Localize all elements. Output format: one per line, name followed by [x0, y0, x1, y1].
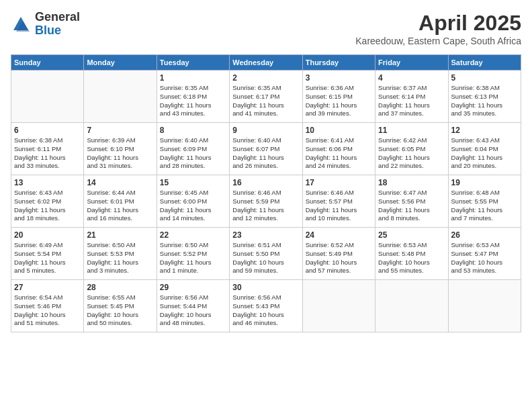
calendar-cell: 23Sunrise: 6:51 AM Sunset: 5:50 PM Dayli…	[230, 228, 302, 280]
day-info: Sunrise: 6:50 AM Sunset: 5:53 PM Dayligh…	[87, 241, 153, 275]
day-info: Sunrise: 6:44 AM Sunset: 6:01 PM Dayligh…	[87, 189, 153, 223]
calendar-cell: 17Sunrise: 6:46 AM Sunset: 5:57 PM Dayli…	[302, 175, 375, 228]
day-info: Sunrise: 6:38 AM Sunset: 6:13 PM Dayligh…	[451, 84, 518, 118]
day-info: Sunrise: 6:51 AM Sunset: 5:50 PM Dayligh…	[232, 241, 299, 275]
day-info: Sunrise: 6:35 AM Sunset: 6:18 PM Dayligh…	[160, 84, 226, 118]
calendar-day-header: Friday	[375, 55, 448, 71]
day-number: 17	[306, 178, 372, 187]
title-area: April 2025 Kareedouw, Eastern Cape, Sout…	[355, 11, 521, 46]
calendar-cell: 1Sunrise: 6:35 AM Sunset: 6:18 PM Daylig…	[157, 71, 229, 123]
day-info: Sunrise: 6:40 AM Sunset: 6:07 PM Dayligh…	[232, 136, 299, 171]
calendar-cell: 18Sunrise: 6:47 AM Sunset: 5:56 PM Dayli…	[375, 175, 448, 228]
day-info: Sunrise: 6:40 AM Sunset: 6:09 PM Dayligh…	[160, 136, 226, 171]
day-info: Sunrise: 6:48 AM Sunset: 5:55 PM Dayligh…	[451, 189, 518, 223]
day-number: 19	[451, 178, 518, 187]
day-number: 29	[160, 283, 226, 292]
day-info: Sunrise: 6:55 AM Sunset: 5:45 PM Dayligh…	[87, 293, 153, 328]
day-number: 11	[378, 126, 445, 135]
day-number: 27	[14, 283, 81, 292]
day-info: Sunrise: 6:52 AM Sunset: 5:49 PM Dayligh…	[306, 241, 372, 275]
day-number: 12	[451, 126, 518, 135]
day-number: 24	[306, 230, 372, 240]
calendar-cell: 16Sunrise: 6:46 AM Sunset: 5:59 PM Dayli…	[230, 175, 302, 228]
calendar-cell	[375, 280, 448, 332]
day-number: 20	[14, 230, 81, 240]
calendar-cell: 5Sunrise: 6:38 AM Sunset: 6:13 PM Daylig…	[448, 71, 521, 123]
calendar-cell: 30Sunrise: 6:56 AM Sunset: 5:43 PM Dayli…	[230, 280, 302, 332]
day-info: Sunrise: 6:54 AM Sunset: 5:46 PM Dayligh…	[14, 293, 81, 328]
calendar-cell: 13Sunrise: 6:43 AM Sunset: 6:02 PM Dayli…	[11, 175, 84, 228]
calendar-cell	[448, 280, 521, 332]
calendar-cell: 24Sunrise: 6:52 AM Sunset: 5:49 PM Dayli…	[302, 228, 375, 280]
day-info: Sunrise: 6:56 AM Sunset: 5:44 PM Dayligh…	[160, 293, 226, 328]
calendar-cell: 20Sunrise: 6:49 AM Sunset: 5:54 PM Dayli…	[11, 228, 84, 280]
day-info: Sunrise: 6:50 AM Sunset: 5:52 PM Dayligh…	[160, 241, 226, 275]
calendar-cell: 28Sunrise: 6:55 AM Sunset: 5:45 PM Dayli…	[84, 280, 157, 332]
calendar-cell: 25Sunrise: 6:53 AM Sunset: 5:48 PM Dayli…	[375, 228, 448, 280]
day-number: 28	[87, 283, 153, 292]
day-info: Sunrise: 6:42 AM Sunset: 6:05 PM Dayligh…	[378, 136, 445, 171]
day-number: 3	[306, 73, 372, 83]
day-info: Sunrise: 6:41 AM Sunset: 6:06 PM Dayligh…	[306, 136, 372, 171]
day-info: Sunrise: 6:46 AM Sunset: 5:59 PM Dayligh…	[232, 189, 299, 223]
day-number: 16	[232, 178, 299, 187]
day-number: 22	[160, 230, 226, 240]
month-title: April 2025	[355, 11, 521, 36]
calendar-cell: 21Sunrise: 6:50 AM Sunset: 5:53 PM Dayli…	[84, 228, 157, 280]
calendar-day-header: Tuesday	[157, 55, 229, 71]
day-info: Sunrise: 6:47 AM Sunset: 5:56 PM Dayligh…	[378, 189, 445, 223]
day-number: 25	[378, 230, 445, 240]
calendar-day-header: Thursday	[302, 55, 375, 71]
day-number: 10	[306, 126, 372, 135]
day-number: 14	[87, 178, 153, 187]
calendar-cell: 26Sunrise: 6:53 AM Sunset: 5:47 PM Dayli…	[448, 228, 521, 280]
day-number: 23	[232, 230, 299, 240]
calendar-week-row: 27Sunrise: 6:54 AM Sunset: 5:46 PM Dayli…	[11, 280, 521, 332]
calendar-cell: 4Sunrise: 6:37 AM Sunset: 6:14 PM Daylig…	[375, 71, 448, 123]
calendar-cell: 14Sunrise: 6:44 AM Sunset: 6:01 PM Dayli…	[84, 175, 157, 228]
day-number: 26	[451, 230, 518, 240]
day-number: 5	[451, 73, 518, 83]
day-info: Sunrise: 6:43 AM Sunset: 6:04 PM Dayligh…	[451, 136, 518, 171]
calendar-cell: 15Sunrise: 6:45 AM Sunset: 6:00 PM Dayli…	[157, 175, 229, 228]
calendar-day-header: Sunday	[11, 55, 84, 71]
day-info: Sunrise: 6:56 AM Sunset: 5:43 PM Dayligh…	[232, 293, 299, 328]
calendar-cell: 12Sunrise: 6:43 AM Sunset: 6:04 PM Dayli…	[448, 123, 521, 175]
calendar-cell: 27Sunrise: 6:54 AM Sunset: 5:46 PM Dayli…	[11, 280, 84, 332]
calendar-day-header: Wednesday	[230, 55, 302, 71]
day-number: 30	[232, 283, 299, 292]
calendar-week-row: 20Sunrise: 6:49 AM Sunset: 5:54 PM Dayli…	[11, 228, 521, 280]
calendar-cell: 11Sunrise: 6:42 AM Sunset: 6:05 PM Dayli…	[375, 123, 448, 175]
calendar-week-row: 1Sunrise: 6:35 AM Sunset: 6:18 PM Daylig…	[11, 71, 521, 123]
calendar-cell: 22Sunrise: 6:50 AM Sunset: 5:52 PM Dayli…	[157, 228, 229, 280]
day-number: 13	[14, 178, 81, 187]
calendar-cell: 29Sunrise: 6:56 AM Sunset: 5:44 PM Dayli…	[157, 280, 229, 332]
day-number: 15	[160, 178, 226, 187]
day-number: 2	[232, 73, 299, 83]
logo: General Blue	[11, 11, 80, 38]
calendar-day-header: Monday	[84, 55, 157, 71]
day-info: Sunrise: 6:38 AM Sunset: 6:11 PM Dayligh…	[14, 136, 81, 171]
day-info: Sunrise: 6:39 AM Sunset: 6:10 PM Dayligh…	[87, 136, 153, 171]
day-number: 4	[378, 73, 445, 83]
calendar-cell: 7Sunrise: 6:39 AM Sunset: 6:10 PM Daylig…	[84, 123, 157, 175]
day-info: Sunrise: 6:35 AM Sunset: 6:17 PM Dayligh…	[232, 84, 299, 118]
day-info: Sunrise: 6:49 AM Sunset: 5:54 PM Dayligh…	[14, 241, 81, 275]
day-info: Sunrise: 6:53 AM Sunset: 5:48 PM Dayligh…	[378, 241, 445, 275]
calendar-cell	[84, 71, 157, 123]
calendar-table: SundayMondayTuesdayWednesdayThursdayFrid…	[11, 54, 521, 332]
day-info: Sunrise: 6:46 AM Sunset: 5:57 PM Dayligh…	[306, 189, 372, 223]
day-number: 21	[87, 230, 153, 240]
calendar-week-row: 13Sunrise: 6:43 AM Sunset: 6:02 PM Dayli…	[11, 175, 521, 228]
logo-general-text: General	[35, 11, 80, 24]
calendar-cell: 8Sunrise: 6:40 AM Sunset: 6:09 PM Daylig…	[157, 123, 229, 175]
calendar-cell: 9Sunrise: 6:40 AM Sunset: 6:07 PM Daylig…	[230, 123, 302, 175]
calendar-cell: 6Sunrise: 6:38 AM Sunset: 6:11 PM Daylig…	[11, 123, 84, 175]
day-number: 9	[232, 126, 299, 135]
day-number: 7	[87, 126, 153, 135]
page-header: General Blue April 2025 Kareedouw, Easte…	[11, 11, 521, 46]
calendar-cell: 2Sunrise: 6:35 AM Sunset: 6:17 PM Daylig…	[230, 71, 302, 123]
calendar-week-row: 6Sunrise: 6:38 AM Sunset: 6:11 PM Daylig…	[11, 123, 521, 175]
calendar-cell: 3Sunrise: 6:36 AM Sunset: 6:15 PM Daylig…	[302, 71, 375, 123]
day-number: 1	[160, 73, 226, 83]
